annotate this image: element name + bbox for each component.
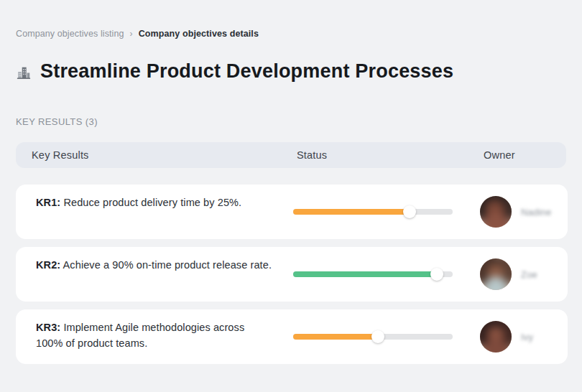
owner-cell: Nadine <box>480 185 559 239</box>
owner-cell: Ivy <box>480 309 559 364</box>
owner-name: Nadine <box>521 207 551 218</box>
table-row[interactable]: KR3: Implement Agile methodologies acros… <box>16 309 568 364</box>
avatar <box>480 258 512 290</box>
column-header-key-results: Key Results <box>32 142 89 168</box>
avatar <box>480 321 512 353</box>
column-header-status: Status <box>297 142 327 168</box>
kr-description: Achieve a 90% on-time product release ra… <box>63 259 272 271</box>
progress-knob[interactable] <box>371 330 384 343</box>
owner-name: Ivy <box>521 332 533 342</box>
chevron-right-icon: › <box>130 29 133 39</box>
progress-fill <box>293 209 410 215</box>
status-cell <box>293 247 453 302</box>
owner-name: Zoe <box>521 269 537 280</box>
progress-fill <box>293 334 378 340</box>
avatar <box>480 196 512 228</box>
table-header: Key Results Status Owner <box>16 142 566 168</box>
progress-slider[interactable] <box>293 334 453 340</box>
page-title-row: Streamline Product Development Processes <box>16 47 566 95</box>
kr-label: KR3: <box>36 322 60 333</box>
kr-text: KR3: Implement Agile methodologies acros… <box>36 319 273 352</box>
kr-description: Reduce product delivery time by 25%. <box>63 197 241 208</box>
breadcrumb-details-current: Company objectives details <box>139 29 259 39</box>
breadcrumb-listing-link[interactable]: Company objectives listing <box>16 29 124 39</box>
status-cell <box>293 309 453 364</box>
status-cell <box>293 185 453 239</box>
progress-fill <box>293 271 437 277</box>
kr-label: KR2: <box>36 259 60 271</box>
progress-slider[interactable] <box>293 209 453 215</box>
owner-cell: Zoe <box>480 247 559 302</box>
progress-knob[interactable] <box>403 205 416 218</box>
kr-text: KR2: Achieve a 90% on-time product relea… <box>36 257 273 273</box>
column-header-owner: Owner <box>484 142 515 168</box>
table-row[interactable]: KR1: Reduce product delivery time by 25%… <box>16 185 568 239</box>
breadcrumb: Company objectives listing › Company obj… <box>16 29 259 39</box>
progress-knob[interactable] <box>430 268 443 281</box>
kr-description: Implement Agile methodologies across 100… <box>36 322 244 349</box>
table-row[interactable]: KR2: Achieve a 90% on-time product relea… <box>16 247 568 302</box>
buildings-icon <box>16 65 32 80</box>
kr-label: KR1: <box>36 197 60 208</box>
progress-slider[interactable] <box>293 271 453 277</box>
kr-text: KR1: Reduce product delivery time by 25%… <box>36 195 273 210</box>
page-title: Streamline Product Development Processes <box>40 60 453 83</box>
key-results-list: KR1: Reduce product delivery time by 25%… <box>16 185 568 372</box>
key-results-count-label: KEY RESULTS (3) <box>16 116 98 127</box>
